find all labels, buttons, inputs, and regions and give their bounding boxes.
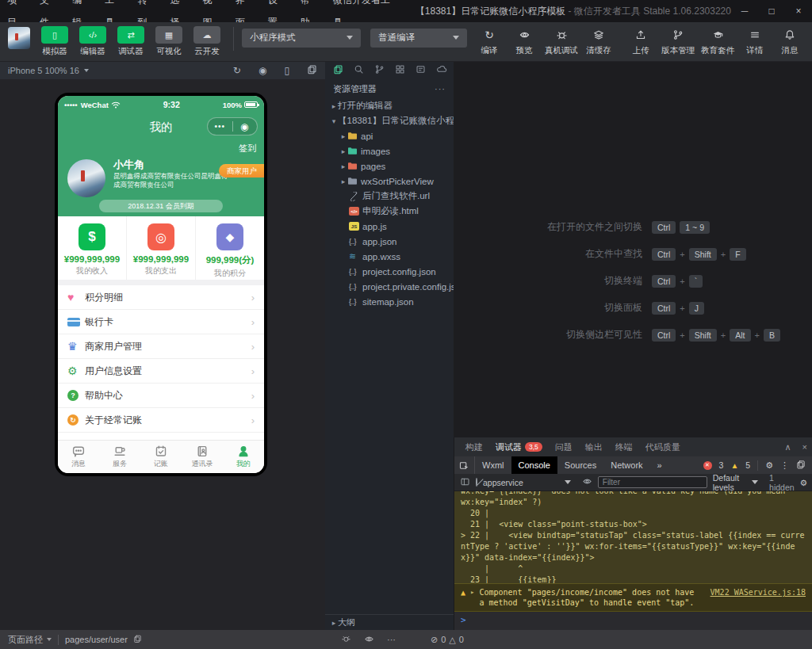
tree-file-appjson[interactable]: {..} app.json — [325, 234, 454, 249]
visualize-button[interactable]: ▦ 可视化 — [151, 26, 187, 57]
expense-stat[interactable]: ◎ ¥999,999,999 我的支出 — [127, 216, 196, 280]
compile-mode-dropdown[interactable]: 普通编译 — [370, 29, 467, 48]
tab-output[interactable]: 输出 — [579, 437, 609, 456]
device-selector[interactable]: iPhone 5 100% 16 — [8, 66, 79, 75]
rotate-icon[interactable]: ↻ — [233, 65, 241, 76]
mode-dropdown[interactable]: 小程序模式 — [242, 29, 361, 48]
compile-button[interactable]: ↻ 编译 — [475, 27, 504, 56]
tab-messages[interactable]: 消息 — [58, 441, 99, 473]
preview-button[interactable]: 预览 — [510, 27, 538, 56]
outline-section[interactable]: ▸ 大纲 — [325, 614, 454, 630]
upload-button[interactable]: 上传 — [626, 27, 655, 56]
user-avatar[interactable] — [8, 27, 30, 49]
exit-circle-icon[interactable]: ◉ — [233, 121, 258, 132]
tree-open-editors[interactable]: ▸ 打开的编辑器 — [325, 98, 454, 113]
console-prompt[interactable]: > — [454, 612, 812, 628]
git-icon[interactable] — [374, 63, 385, 78]
cloud-functions-icon[interactable] — [436, 63, 447, 78]
tab-services[interactable]: 服务 — [99, 441, 140, 473]
clear-console-icon[interactable] — [476, 478, 477, 487]
version-control-button[interactable]: 版本管理 — [661, 27, 695, 56]
avatar[interactable] — [67, 159, 105, 197]
source-link[interactable]: VM22 WAService.js:18 — [710, 587, 806, 608]
tab-wxml[interactable]: Wxml — [475, 456, 511, 474]
close-icon[interactable]: × — [785, 0, 812, 22]
tree-file-projectprivateconfig[interactable]: {..} project.private.config.js... — [325, 279, 454, 294]
problem-counts[interactable]: ⊘ 0 △ 0 — [431, 635, 464, 645]
simulator-button[interactable]: ▯ 模拟器 — [36, 26, 73, 57]
menu-item-points-detail[interactable]: ♥ 积分明细 › — [58, 285, 264, 310]
menu-item-bank-card[interactable]: 银行卡 › — [58, 310, 264, 334]
tab-mine[interactable]: 我的 — [223, 441, 264, 473]
sidebar-toggle-icon[interactable] — [460, 477, 470, 488]
tab-terminal[interactable]: 终端 — [609, 437, 639, 456]
remote-debug-button[interactable]: 真机调试 — [545, 27, 578, 56]
tab-ledger[interactable]: 记账 — [140, 441, 182, 473]
close-panel-icon[interactable]: × — [802, 442, 807, 452]
devtools-settings-icon[interactable]: ⚙ — [765, 460, 773, 471]
error-count-icon[interactable]: ✕ — [703, 461, 712, 470]
tree-folder-pages[interactable]: ▸ pages — [325, 158, 454, 174]
extensions-icon[interactable] — [395, 63, 405, 78]
tree-project-root[interactable]: ▾ 【18381】日常记账微信小程序模板 — [325, 113, 454, 128]
tab-console[interactable]: Console — [511, 456, 557, 474]
more-icon[interactable]: ··· — [435, 84, 446, 94]
tree-folder-images[interactable]: ▸ images — [325, 143, 454, 158]
menu-item-about[interactable]: ↻ 关于经常记账 › — [58, 408, 264, 433]
tab-problems[interactable]: 问题 — [549, 437, 579, 456]
tree-file-html[interactable]: </> 申明必读.html — [325, 204, 454, 219]
log-levels-dropdown[interactable]: Default levels — [713, 473, 758, 492]
messages-button[interactable]: 消息 — [776, 27, 804, 56]
menu-item-user-settings[interactable]: ⚙ 用户信息设置 › — [58, 359, 264, 384]
more-vertical-icon[interactable]: ⋮ — [780, 460, 789, 471]
tree-folder-api[interactable]: ▸ api — [325, 128, 454, 143]
minimize-icon[interactable]: ─ — [731, 0, 758, 22]
education-kit-button[interactable]: 教育套件 — [701, 27, 734, 56]
menu-item-merchant-users[interactable]: ♛ 商家用户管理 › — [58, 334, 264, 359]
dock-icon[interactable] — [796, 460, 806, 471]
warning-count-icon[interactable]: ▲ — [730, 461, 738, 470]
editor-button[interactable]: ‹/› 编辑器 — [75, 26, 111, 57]
filter-input[interactable] — [598, 476, 707, 488]
copy-icon[interactable] — [133, 634, 142, 645]
income-stat[interactable]: $ ¥999,999,999 我的收入 — [58, 216, 127, 280]
search-icon[interactable] — [354, 63, 364, 78]
more-tabs-icon[interactable]: » — [650, 456, 669, 474]
tab-network[interactable]: Network — [603, 456, 649, 474]
tab-build[interactable]: 构建 — [459, 437, 489, 456]
inspect-icon[interactable] — [454, 456, 475, 474]
debugger-button[interactable]: ⇄ 调试器 — [113, 26, 149, 57]
tab-contacts[interactable]: 通讯录 — [182, 441, 223, 473]
more-icon[interactable]: ··· — [387, 635, 396, 644]
console-settings-icon[interactable]: ⚙ — [800, 478, 807, 487]
eye-icon[interactable] — [364, 635, 374, 645]
tree-folder-wxsortpickerview[interactable]: ▸ wxSortPickerView — [325, 174, 454, 189]
device-frame-icon[interactable]: ▯ — [284, 65, 289, 76]
menu-item-help-center[interactable]: ? 帮助中心 › — [58, 384, 264, 408]
record-icon[interactable]: ◉ — [259, 65, 266, 76]
tree-file-sitemap[interactable]: {..} sitemap.json — [325, 294, 454, 309]
expand-arrow-icon[interactable]: ▸ — [470, 587, 474, 608]
cloud-dev-button[interactable]: ☁ 云开发 — [189, 26, 225, 57]
clear-cache-button[interactable]: 清缓存 — [584, 27, 613, 56]
npm-icon[interactable] — [416, 63, 426, 78]
console-warning-block[interactable]: wx:key="{{index}}" does not look like a … — [454, 491, 812, 584]
context-selector[interactable]: appservice — [483, 478, 571, 487]
page-path-label[interactable]: 页面路径 — [8, 634, 43, 646]
tree-file-projectconfig[interactable]: {..} project.config.json — [325, 264, 454, 279]
bug-icon[interactable] — [341, 634, 351, 645]
tab-debugger[interactable]: 调试器 3,5 — [489, 437, 549, 456]
multi-window-icon[interactable] — [307, 64, 317, 77]
tree-file-appwxss[interactable]: ≋ app.wxss — [325, 249, 454, 264]
files-icon[interactable] — [333, 63, 343, 78]
maximize-icon[interactable]: □ — [758, 0, 785, 22]
points-stat[interactable]: ◆ 999,999(分) 我的积分 — [196, 216, 264, 280]
signin-link[interactable]: 签到 — [239, 143, 256, 155]
tab-sources[interactable]: Sources — [557, 456, 603, 474]
details-button[interactable]: 详情 — [741, 27, 769, 56]
console-warning-row[interactable]: ▲ ▸ Component "pages/income/income" does… — [454, 584, 812, 612]
collapse-icon[interactable]: ∧ — [785, 442, 791, 452]
tree-file-appjs[interactable]: JS app.js — [325, 219, 454, 234]
capsule-menu[interactable]: ••• ◉ — [207, 117, 258, 136]
more-dots-icon[interactable]: ••• — [208, 122, 232, 131]
